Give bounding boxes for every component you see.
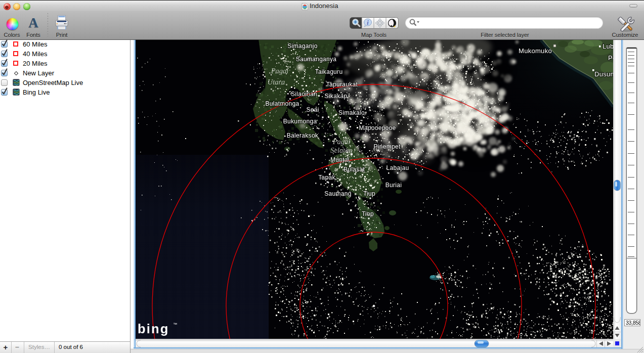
svg-text:Saumang: Saumang <box>324 190 351 197</box>
svg-text:Tapak: Tapak <box>318 174 335 181</box>
svg-text:Mapooepooe: Mapooepooe <box>359 124 396 131</box>
svg-text:Saumanganya: Saumanganya <box>296 56 337 63</box>
svg-text:Pinempet: Pinempet <box>373 143 400 150</box>
svg-text:Buriai: Buriai <box>385 182 402 189</box>
svg-text:Tiup: Tiup <box>363 190 375 197</box>
svg-text:Tiop: Tiop <box>362 210 374 217</box>
svg-text:™: ™ <box>173 322 177 327</box>
svg-text:Silaoinan: Silaoinan <box>291 91 317 98</box>
svg-text:Sikakap: Sikakap <box>325 93 348 100</box>
svg-text:Utara: Utara <box>268 78 285 86</box>
svg-text:Tapuraukat: Tapuraukat <box>326 81 358 88</box>
svg-text:Simaganjo: Simaganjo <box>287 42 317 50</box>
svg-text:Simakalo: Simakalo <box>338 109 365 116</box>
svg-text:Dusun: Dusun <box>594 70 613 78</box>
svg-text:Bukumonga: Bukumonga <box>283 118 317 125</box>
svg-text:Muntai: Muntai <box>330 156 350 163</box>
svg-text:Labajau: Labajau <box>387 164 409 171</box>
svg-text:Selatan: Selatan <box>330 146 353 154</box>
svg-text:Seai: Seai <box>306 106 319 113</box>
svg-text:Pagai: Pagai <box>332 138 351 146</box>
svg-text:Bulasat: Bulasat <box>344 166 365 173</box>
svg-text:Baleraksok: Baleraksok <box>287 132 319 139</box>
svg-text:Bulatmonga: Bulatmonga <box>265 100 299 107</box>
svg-text:Pe: Pe <box>608 54 613 62</box>
svg-text:Pagai: Pagai <box>271 67 289 75</box>
svg-text:Mukomuko: Mukomuko <box>519 47 552 55</box>
svg-text:Lub: Lub <box>603 42 613 50</box>
svg-text:bing: bing <box>138 322 169 336</box>
svg-text:Taikaguru: Taikaguru <box>315 68 343 75</box>
